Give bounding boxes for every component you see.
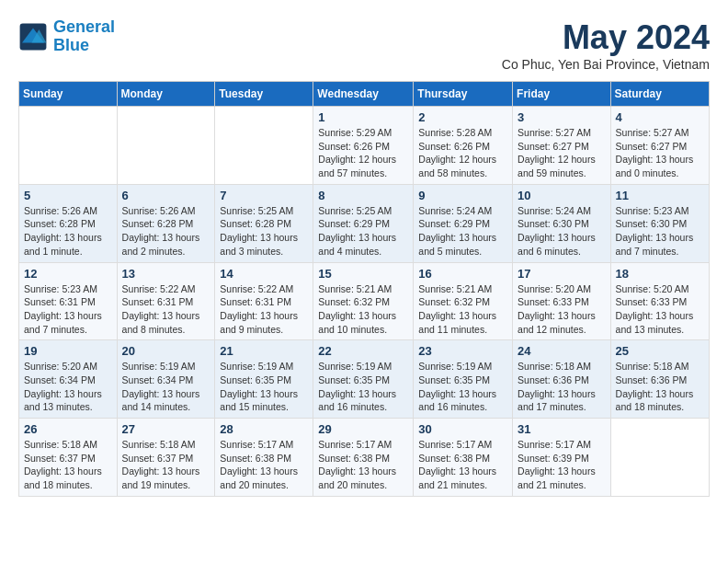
day-number: 25 [616, 344, 704, 358]
day-info: Sunrise: 5:26 AM Sunset: 6:28 PM Dayligh… [122, 204, 210, 259]
day-number: 8 [318, 189, 408, 202]
calendar-cell: 3Sunrise: 5:27 AM Sunset: 6:27 PM Daylig… [513, 107, 611, 185]
calendar-cell: 29Sunrise: 5:17 AM Sunset: 6:38 PM Dayli… [313, 419, 414, 497]
day-number: 5 [24, 189, 112, 202]
day-info: Sunrise: 5:27 AM Sunset: 6:27 PM Dayligh… [518, 126, 606, 180]
day-info: Sunrise: 5:22 AM Sunset: 6:31 PM Dayligh… [220, 282, 308, 337]
day-info: Sunrise: 5:19 AM Sunset: 6:35 PM Dayligh… [220, 360, 308, 414]
day-number: 4 [616, 110, 704, 124]
week-row-3: 12Sunrise: 5:23 AM Sunset: 6:31 PM Dayli… [19, 262, 710, 340]
calendar-cell: 11Sunrise: 5:23 AM Sunset: 6:30 PM Dayli… [610, 184, 709, 262]
calendar-table: SundayMondayTuesdayWednesdayThursdayFrid… [18, 81, 710, 497]
page-header: General Blue May 2024 Co Phuc, Yen Bai P… [18, 18, 710, 72]
day-info: Sunrise: 5:18 AM Sunset: 6:37 PM Dayligh… [24, 438, 112, 492]
day-info: Sunrise: 5:24 AM Sunset: 6:30 PM Dayligh… [518, 204, 606, 259]
logo-line2: Blue [53, 36, 89, 54]
calendar-cell: 7Sunrise: 5:25 AM Sunset: 6:28 PM Daylig… [215, 184, 313, 262]
day-number: 28 [220, 422, 308, 436]
day-number: 10 [518, 189, 606, 202]
week-row-2: 5Sunrise: 5:26 AM Sunset: 6:28 PM Daylig… [19, 184, 710, 262]
day-info: Sunrise: 5:17 AM Sunset: 6:38 PM Dayligh… [418, 438, 507, 492]
day-number: 17 [518, 267, 606, 281]
calendar-cell: 5Sunrise: 5:26 AM Sunset: 6:28 PM Daylig… [19, 184, 118, 262]
day-info: Sunrise: 5:24 AM Sunset: 6:29 PM Dayligh… [418, 204, 507, 259]
day-info: Sunrise: 5:19 AM Sunset: 6:35 PM Dayligh… [318, 360, 408, 414]
header-sunday: Sunday [19, 82, 118, 107]
calendar-header-row: SundayMondayTuesdayWednesdayThursdayFrid… [19, 82, 710, 107]
calendar-cell: 28Sunrise: 5:17 AM Sunset: 6:38 PM Dayli… [215, 419, 313, 497]
day-info: Sunrise: 5:29 AM Sunset: 6:26 PM Dayligh… [318, 126, 408, 180]
calendar-cell: 8Sunrise: 5:25 AM Sunset: 6:29 PM Daylig… [313, 184, 414, 262]
day-info: Sunrise: 5:19 AM Sunset: 6:35 PM Dayligh… [418, 360, 507, 414]
calendar-cell: 17Sunrise: 5:20 AM Sunset: 6:33 PM Dayli… [513, 262, 611, 340]
day-info: Sunrise: 5:18 AM Sunset: 6:36 PM Dayligh… [518, 360, 606, 414]
day-info: Sunrise: 5:17 AM Sunset: 6:38 PM Dayligh… [318, 438, 408, 492]
day-number: 20 [122, 344, 210, 358]
day-number: 9 [418, 189, 507, 202]
week-row-1: 1Sunrise: 5:29 AM Sunset: 6:26 PM Daylig… [19, 107, 710, 185]
day-number: 15 [318, 267, 408, 281]
day-info: Sunrise: 5:28 AM Sunset: 6:26 PM Dayligh… [418, 126, 507, 180]
day-number: 30 [418, 422, 507, 436]
day-info: Sunrise: 5:20 AM Sunset: 6:33 PM Dayligh… [616, 282, 704, 337]
calendar-cell: 25Sunrise: 5:18 AM Sunset: 6:36 PM Dayli… [610, 340, 709, 419]
week-row-5: 26Sunrise: 5:18 AM Sunset: 6:37 PM Dayli… [19, 419, 710, 497]
day-number: 13 [122, 267, 210, 281]
calendar-cell: 16Sunrise: 5:21 AM Sunset: 6:32 PM Dayli… [414, 262, 513, 340]
day-info: Sunrise: 5:22 AM Sunset: 6:31 PM Dayligh… [122, 282, 210, 337]
header-friday: Friday [513, 82, 611, 107]
logo-line1: General [53, 17, 115, 36]
calendar-cell: 1Sunrise: 5:29 AM Sunset: 6:26 PM Daylig… [313, 107, 414, 185]
header-saturday: Saturday [610, 82, 709, 107]
day-info: Sunrise: 5:23 AM Sunset: 6:30 PM Dayligh… [616, 204, 704, 259]
day-number: 19 [24, 344, 112, 358]
header-thursday: Thursday [414, 82, 513, 107]
day-number: 27 [122, 422, 210, 436]
day-number: 16 [418, 267, 507, 281]
day-number: 6 [122, 189, 210, 202]
calendar-cell [215, 107, 313, 185]
day-number: 26 [24, 422, 112, 436]
calendar-cell: 14Sunrise: 5:22 AM Sunset: 6:31 PM Dayli… [215, 262, 313, 340]
week-row-4: 19Sunrise: 5:20 AM Sunset: 6:34 PM Dayli… [19, 340, 710, 419]
calendar-cell: 13Sunrise: 5:22 AM Sunset: 6:31 PM Dayli… [117, 262, 215, 340]
calendar-cell [19, 107, 118, 185]
day-info: Sunrise: 5:17 AM Sunset: 6:38 PM Dayligh… [220, 438, 308, 492]
calendar-cell: 4Sunrise: 5:27 AM Sunset: 6:27 PM Daylig… [610, 107, 709, 185]
day-number: 24 [518, 344, 606, 358]
day-info: Sunrise: 5:20 AM Sunset: 6:33 PM Dayligh… [518, 282, 606, 337]
calendar-cell: 18Sunrise: 5:20 AM Sunset: 6:33 PM Dayli… [610, 262, 709, 340]
day-info: Sunrise: 5:21 AM Sunset: 6:32 PM Dayligh… [318, 282, 408, 337]
day-number: 11 [616, 189, 704, 202]
calendar-cell: 19Sunrise: 5:20 AM Sunset: 6:34 PM Dayli… [19, 340, 118, 419]
page-subtitle: Co Phuc, Yen Bai Province, Vietnam [502, 57, 710, 72]
day-info: Sunrise: 5:21 AM Sunset: 6:32 PM Dayligh… [418, 282, 507, 337]
calendar-cell [117, 107, 215, 185]
calendar-cell: 6Sunrise: 5:26 AM Sunset: 6:28 PM Daylig… [117, 184, 215, 262]
header-wednesday: Wednesday [313, 82, 414, 107]
calendar-cell [610, 419, 709, 497]
calendar-cell: 12Sunrise: 5:23 AM Sunset: 6:31 PM Dayli… [19, 262, 118, 340]
day-number: 31 [518, 422, 606, 436]
day-info: Sunrise: 5:17 AM Sunset: 6:39 PM Dayligh… [518, 438, 606, 492]
title-block: May 2024 Co Phuc, Yen Bai Province, Viet… [502, 18, 710, 72]
header-tuesday: Tuesday [215, 82, 313, 107]
calendar-cell: 22Sunrise: 5:19 AM Sunset: 6:35 PM Dayli… [313, 340, 414, 419]
day-number: 3 [518, 110, 606, 124]
day-info: Sunrise: 5:26 AM Sunset: 6:28 PM Dayligh… [24, 204, 112, 259]
page-title: May 2024 [502, 18, 710, 57]
logo-icon [18, 22, 48, 52]
day-info: Sunrise: 5:18 AM Sunset: 6:36 PM Dayligh… [616, 360, 704, 414]
day-info: Sunrise: 5:20 AM Sunset: 6:34 PM Dayligh… [24, 360, 112, 414]
day-number: 23 [418, 344, 507, 358]
calendar-cell: 2Sunrise: 5:28 AM Sunset: 6:26 PM Daylig… [414, 107, 513, 185]
day-info: Sunrise: 5:25 AM Sunset: 6:28 PM Dayligh… [220, 204, 308, 259]
calendar-cell: 9Sunrise: 5:24 AM Sunset: 6:29 PM Daylig… [414, 184, 513, 262]
day-info: Sunrise: 5:27 AM Sunset: 6:27 PM Dayligh… [616, 126, 704, 180]
day-info: Sunrise: 5:19 AM Sunset: 6:34 PM Dayligh… [122, 360, 210, 414]
day-number: 22 [318, 344, 408, 358]
calendar-cell: 30Sunrise: 5:17 AM Sunset: 6:38 PM Dayli… [414, 419, 513, 497]
calendar-cell: 26Sunrise: 5:18 AM Sunset: 6:37 PM Dayli… [19, 419, 118, 497]
day-info: Sunrise: 5:25 AM Sunset: 6:29 PM Dayligh… [318, 204, 408, 259]
day-number: 1 [318, 110, 408, 124]
